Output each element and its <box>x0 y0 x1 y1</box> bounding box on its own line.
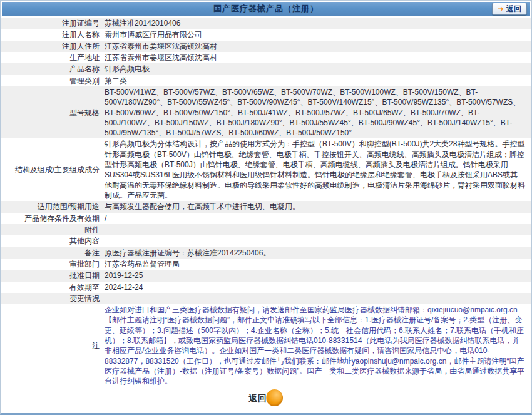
table-row: 生产地址江苏省泰州市姜堰区沈高镇沈高村 <box>1 52 531 63</box>
row-value: 第二类 <box>103 75 531 86</box>
table-row: 备注原医疗器械注册证编号：苏械注准20142250406。 <box>1 247 531 259</box>
table-row: 变更情况 <box>1 293 531 304</box>
page: 国产医疗器械产品（注册） ➜ 返回 注册证编号苏械注准20142010406注册… <box>0 0 532 415</box>
back-button-top-label: 返回 <box>506 4 521 14</box>
table-row: 产品储存条件及有效期/ <box>1 213 531 224</box>
table-row: 注企业如对进口和国产三类医疗器械数据有疑问，请发送邮件至国家药监局医疗器械数据纠… <box>1 304 531 387</box>
row-label: 附件 <box>1 224 103 235</box>
row-value: 泰州市博威医疗用品有限公司 <box>103 29 531 40</box>
table-row: 有效期至2024-12-24 <box>1 282 531 293</box>
table-row: 型号规格BT-500V/41WZ、BT-500V/57WZ、BT-500V/65… <box>1 86 531 139</box>
back-button-top[interactable]: ➜ 返回 <box>492 3 527 15</box>
table-row: 附件 <box>1 224 531 235</box>
arrow-right-icon: ➜ <box>498 5 504 13</box>
row-label: 备注 <box>1 247 103 259</box>
header-bar: 国产医疗器械产品（注册） ➜ 返回 <box>2 2 530 16</box>
row-value: 企业如对进口和国产三类医疗器械数据有疑问，请发送邮件至国家药监局医疗器械数据纠错… <box>103 304 531 387</box>
row-label: 其他内容 <box>1 235 103 247</box>
row-value: 苏械注准20142010406 <box>103 18 531 29</box>
footer: 返回 <box>1 387 531 409</box>
table-row: 管理类别第二类 <box>1 75 531 86</box>
row-label: 变更情况 <box>1 293 103 304</box>
row-value <box>103 293 531 304</box>
row-value: 与高频发生器配合使用，在高频手术中进行电切、电凝用。 <box>103 201 531 212</box>
registration-table: 注册证编号苏械注准20142010406注册人名称泰州市博威医疗用品有限公司注册… <box>1 18 531 387</box>
row-label: 管理类别 <box>1 75 103 86</box>
row-label: 注册人名称 <box>1 29 103 40</box>
row-value: 江苏省泰州市姜堰区沈高镇沈高村 <box>103 41 531 52</box>
page-title: 国产医疗器械产品（注册） <box>2 3 530 14</box>
table-row: 产品名称针形高频电极 <box>1 63 531 74</box>
back-button-bottom-label: 返回 <box>248 393 267 404</box>
row-label: 生产地址 <box>1 52 103 63</box>
table-row: 结构及组成/主要组成成分针形高频电极为分体结构设计，按产品的使用方式分为：手控型… <box>1 138 531 201</box>
row-label: 批准日期 <box>1 270 103 281</box>
row-label: 结构及组成/主要组成成分 <box>1 138 103 201</box>
row-value: 针形高频电极 <box>103 63 531 74</box>
row-label: 注册证编号 <box>1 18 103 29</box>
row-value: 江苏省药品监督管理局 <box>103 259 531 270</box>
row-value: 2024-12-24 <box>103 282 531 293</box>
row-label: 产品储存条件及有效期 <box>1 213 103 224</box>
row-value: 原医疗器械注册证编号：苏械注准20142250406。 <box>103 247 531 259</box>
row-label: 审批部门 <box>1 259 103 270</box>
table-row: 注册人名称泰州市博威医疗用品有限公司 <box>1 29 531 40</box>
row-label: 产品名称 <box>1 63 103 74</box>
back-button-circle-icon <box>266 389 283 406</box>
table-row: 适用范围/预期用途与高频发生器配合使用，在高频手术中进行电切、电凝用。 <box>1 201 531 212</box>
row-value <box>103 235 531 247</box>
row-label: 型号规格 <box>1 86 103 139</box>
row-value <box>103 224 531 235</box>
row-value: 江苏省泰州市姜堰区沈高镇沈高村 <box>103 52 531 63</box>
row-value: 针形高频电极为分体结构设计，按产品的使用方式分为：手控型（BT-500V）和脚控… <box>103 138 531 201</box>
row-label: 有效期至 <box>1 282 103 293</box>
row-label: 注册人住所 <box>1 41 103 52</box>
row-value: / <box>103 213 531 224</box>
table-row: 注册证编号苏械注准20142010406 <box>1 18 531 29</box>
table-row: 注册人住所江苏省泰州市姜堰区沈高镇沈高村 <box>1 41 531 52</box>
row-label: 适用范围/预期用途 <box>1 201 103 212</box>
back-button-bottom[interactable]: 返回 <box>248 389 284 407</box>
row-value: BT-500V/41WZ、BT-500V/57WZ、BT-500V/65WZ、B… <box>103 86 531 139</box>
row-label: 注 <box>1 304 103 387</box>
table-row: 审批部门江苏省药品监督管理局 <box>1 259 531 270</box>
table-row: 批准日期2019-12-25 <box>1 270 531 281</box>
table-row: 其他内容 <box>1 235 531 247</box>
row-value: 2019-12-25 <box>103 270 531 281</box>
